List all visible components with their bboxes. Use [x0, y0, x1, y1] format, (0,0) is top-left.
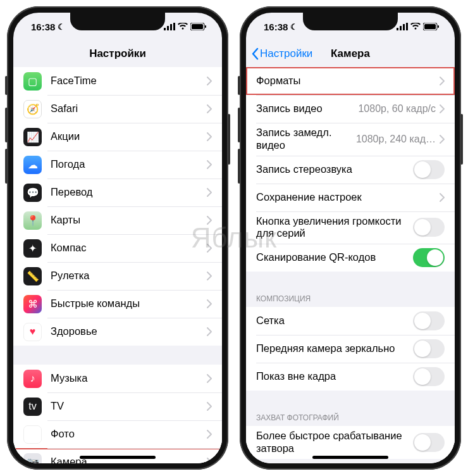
svg-rect-0 [164, 28, 166, 30]
toggle-volume-burst[interactable] [413, 218, 445, 237]
moon-icon: ☾ [58, 22, 65, 32]
status-indicators [164, 23, 207, 30]
camera-row-outside-frame[interactable]: Показ вне кадра [246, 363, 455, 391]
row-label: Музыка [51, 372, 207, 385]
chevron-right-icon [207, 160, 212, 169]
row-label: Передняя камера зеркально [256, 342, 413, 355]
mute-switch [5, 76, 8, 95]
settings-row-compass[interactable]: ✦Компас [13, 234, 222, 262]
toggle-stereo[interactable] [413, 160, 445, 179]
row-detail: 1080p, 60 кадр/с [358, 103, 436, 115]
settings-row-stocks[interactable]: 📈Акции [13, 123, 222, 151]
row-label: Фото [51, 428, 207, 441]
home-indicator[interactable] [80, 456, 156, 459]
row-label: Сетка [256, 315, 413, 327]
row-label: Карты [51, 214, 207, 227]
chevron-right-icon [207, 430, 212, 439]
camera-row-formats[interactable]: Форматы [246, 67, 455, 95]
toggle-qr[interactable] [413, 248, 445, 267]
toggle-outside-frame[interactable] [413, 367, 445, 386]
settings-row-tv[interactable]: tvTV [13, 392, 222, 420]
settings-row-health[interactable]: ♥Здоровье [13, 318, 222, 346]
svg-rect-9 [403, 24, 405, 30]
settings-row-weather[interactable]: ☁Погода [13, 151, 222, 178]
section-header: КОМПОЗИЦИЯ [246, 288, 455, 307]
svg-rect-5 [192, 24, 203, 29]
power-button [460, 114, 463, 165]
row-label: Показ вне кадра [256, 370, 413, 383]
settings-row-maps[interactable]: 📍Карты [13, 206, 222, 234]
camera-row-slomo[interactable]: Запись замедл. видео1080p, 240 кад… [246, 123, 455, 156]
health-icon: ♥ [23, 323, 42, 341]
settings-row-safari[interactable]: 🧭Safari [13, 95, 222, 123]
section-header: ЗАХВАТ ФОТОГРАФИЙ [246, 407, 455, 426]
row-label: Кнопка увеличения громкости для серий [256, 215, 413, 241]
maps-icon: 📍 [23, 211, 42, 230]
row-label: Форматы [256, 75, 440, 87]
chevron-right-icon [207, 188, 212, 197]
toggle-mirror-front[interactable] [413, 339, 445, 358]
back-label: Настройки [260, 47, 312, 60]
shortcuts-icon: ⌘ [23, 295, 42, 313]
chevron-right-icon [207, 402, 212, 411]
navbar: Настройки [13, 41, 222, 67]
toggle-faster-shutter[interactable] [413, 433, 445, 452]
camera-row-video[interactable]: Запись видео1080p, 60 кадр/с [246, 95, 455, 123]
svg-rect-10 [406, 23, 408, 30]
chevron-right-icon [207, 244, 212, 253]
row-label: Компас [51, 242, 207, 254]
row-label: Рулетка [51, 270, 207, 282]
chevron-right-icon [440, 104, 445, 113]
settings-row-facetime[interactable]: ▢FaceTime [13, 67, 222, 95]
camera-row-grid[interactable]: Сетка [246, 307, 455, 335]
row-label: TV [51, 400, 207, 413]
tv-icon: tv [23, 398, 42, 416]
volume-up-button [238, 108, 240, 142]
row-label: Сохранение настроек [256, 191, 440, 204]
chevron-right-icon [207, 77, 212, 85]
camera-row-stereo[interactable]: Запись стереозвука [246, 156, 455, 184]
settings-row-translate[interactable]: 💬Перевод [13, 178, 222, 206]
svg-rect-3 [173, 23, 175, 30]
settings-row-music[interactable]: ♪Музыка [13, 365, 222, 392]
camera-row-mirror-front[interactable]: Передняя камера зеркально [246, 335, 455, 363]
home-indicator[interactable] [312, 456, 388, 459]
translate-icon: 💬 [23, 184, 42, 202]
phone-left: 16:38 ☾ Настройки ▢FaceTime🧭Safari📈Акции… [7, 6, 228, 470]
chevron-right-icon [207, 216, 212, 225]
toggle-grid[interactable] [413, 311, 445, 330]
notch [70, 13, 165, 30]
chevron-right-icon [207, 272, 212, 280]
row-label: FaceTime [51, 75, 207, 87]
camera-row-qr[interactable]: Сканирование QR-кодов [246, 244, 455, 272]
camera-icon: 📷 [23, 453, 42, 464]
chevron-right-icon [440, 193, 445, 202]
cellular-icon [164, 23, 175, 30]
row-label: Safari [51, 103, 207, 115]
svg-rect-7 [397, 28, 398, 30]
back-button[interactable]: Настройки [251, 47, 312, 60]
battery-icon [190, 23, 207, 30]
page-title: Настройки [89, 47, 146, 60]
camera-row-volume-burst[interactable]: Кнопка увеличения громкости для серий [246, 211, 455, 244]
row-label: Быстрые команды [51, 298, 207, 310]
cellular-icon [397, 23, 408, 30]
settings-row-shortcuts[interactable]: ⌘Быстрые команды [13, 290, 222, 318]
row-label: Здоровье [51, 325, 207, 338]
chevron-right-icon [207, 327, 212, 336]
settings-row-measure[interactable]: 📏Рулетка [13, 262, 222, 290]
volume-down-button [5, 149, 8, 184]
photos-icon: ✿ [23, 425, 42, 444]
camera-row-faster-shutter[interactable]: Более быстрое срабатывание затвора [246, 426, 455, 459]
svg-rect-1 [167, 26, 169, 30]
row-label: Сканирование QR-кодов [256, 251, 413, 264]
row-label: Перевод [51, 186, 207, 199]
row-label: Запись замедл. видео [256, 127, 356, 152]
section-footer: Подстраивать качество изображений при бы… [246, 459, 455, 463]
settings-row-photos[interactable]: ✿Фото [13, 420, 222, 448]
page-title: Камера [331, 47, 370, 60]
chevron-left-icon [251, 47, 259, 60]
phone-right: 16:38 ☾ Настройки Камера ФорматыЗапись в… [240, 6, 461, 470]
camera-row-preserve[interactable]: Сохранение настроек [246, 184, 455, 211]
stocks-icon: 📈 [23, 128, 42, 146]
